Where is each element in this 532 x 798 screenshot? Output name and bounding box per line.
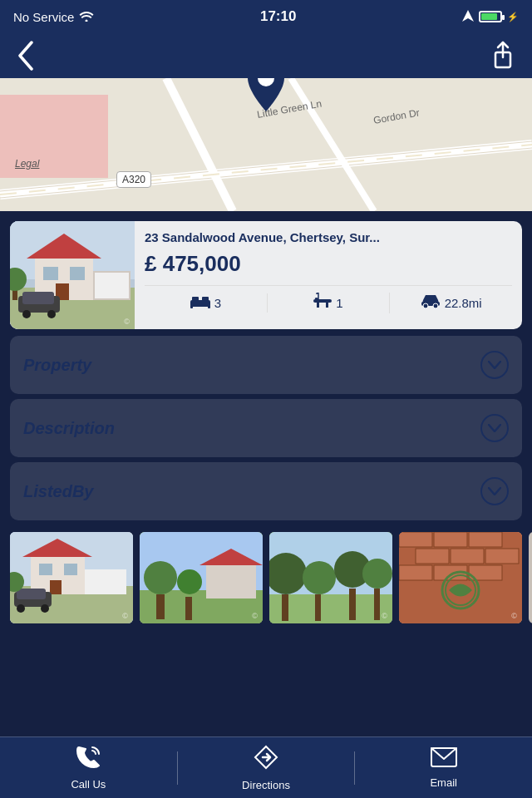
svg-point-51	[17, 604, 25, 613]
svg-rect-21	[70, 267, 85, 280]
tab-bar: Call Us Directions Email	[0, 736, 532, 798]
call-icon	[76, 746, 101, 775]
tab-email-label: Email	[430, 776, 457, 789]
svg-point-60	[177, 569, 202, 594]
svg-point-69	[362, 559, 392, 589]
property-info: 23 Sandalwood Avenue, Chertsey, Sur... £…	[135, 221, 522, 329]
svg-point-59	[144, 561, 177, 594]
property-thumbnail[interactable]: ©	[10, 221, 135, 329]
svg-point-52	[41, 604, 49, 613]
distance-value: 22.8mi	[445, 296, 482, 310]
status-time: 17:10	[260, 8, 296, 25]
bed-icon	[190, 293, 210, 313]
svg-rect-34	[313, 299, 332, 303]
accordion-property-header[interactable]: Property	[10, 336, 522, 394]
status-bar: No Service 17:10 ⚡	[0, 0, 532, 33]
svg-rect-24	[22, 292, 54, 304]
svg-rect-70	[282, 594, 288, 621]
svg-rect-79	[469, 532, 502, 547]
svg-point-26	[47, 310, 56, 318]
svg-rect-45	[85, 569, 126, 594]
tab-email[interactable]: Email	[355, 747, 532, 789]
tab-directions-label: Directions	[242, 779, 290, 791]
wifi-icon	[79, 10, 94, 24]
map-road-label: A320	[116, 171, 151, 188]
svg-rect-71	[315, 594, 321, 621]
svg-rect-19	[95, 273, 129, 298]
property-address: 23 Sandalwood Avenue, Chertsey, Sur...	[145, 229, 512, 246]
svg-rect-36	[326, 303, 328, 308]
map-legal-label: Legal	[15, 158, 39, 170]
back-button[interactable]	[17, 41, 35, 71]
status-left: No Service	[13, 10, 94, 24]
photo-thumb-3[interactable]: ©	[269, 532, 392, 623]
svg-rect-50	[17, 589, 46, 599]
svg-rect-78	[434, 532, 467, 547]
content-area: © 23 Sandalwood Avenue, Chertsey, Sur...…	[0, 211, 532, 736]
photo-thumb-1[interactable]: ©	[10, 532, 133, 623]
accordion-property-title: Property	[23, 356, 91, 375]
svg-rect-72	[349, 589, 356, 620]
svg-rect-46	[39, 564, 52, 575]
nav-bar	[0, 33, 532, 78]
map-area: Little Green Ln Gordon Dr Legal A320	[0, 78, 532, 211]
share-button[interactable]	[490, 41, 515, 71]
svg-rect-47	[64, 564, 77, 575]
svg-rect-62	[185, 597, 192, 620]
bedrooms-count: 3	[214, 296, 221, 310]
accordion-listedby-header[interactable]: ListedBy	[10, 462, 522, 520]
svg-rect-48	[50, 580, 62, 594]
car-icon	[421, 293, 441, 313]
svg-rect-33	[208, 305, 210, 308]
svg-rect-82	[485, 549, 519, 564]
svg-rect-31	[202, 297, 209, 302]
bathrooms-count: 1	[336, 296, 342, 310]
status-right: ⚡	[462, 10, 519, 24]
photo-strip: © ©	[0, 525, 532, 630]
svg-rect-32	[190, 305, 193, 308]
battery-icon	[479, 11, 502, 22]
map-pin	[244, 78, 288, 118]
location-arrow-icon	[462, 10, 474, 24]
svg-rect-81	[451, 549, 484, 564]
tab-call-label: Call Us	[71, 778, 106, 791]
property-card: © 23 Sandalwood Avenue, Chertsey, Sur...…	[10, 221, 522, 329]
accordion-description[interactable]: Description	[10, 399, 522, 457]
svg-rect-83	[399, 565, 432, 580]
carrier-text: No Service	[13, 10, 74, 24]
svg-rect-30	[192, 297, 199, 302]
accordion-description-title: Description	[23, 419, 115, 438]
accordion-listedby-title: ListedBy	[23, 482, 93, 501]
accordion-property[interactable]: Property	[10, 336, 522, 394]
svg-point-38	[423, 303, 428, 308]
photo-thumb-2[interactable]: ©	[140, 532, 263, 623]
distance-stat: 22.8mi	[390, 293, 512, 313]
directions-icon	[254, 745, 278, 776]
email-icon	[431, 747, 457, 773]
bolt-icon: ⚡	[507, 12, 519, 22]
svg-rect-20	[43, 267, 58, 280]
accordion-description-header[interactable]: Description	[10, 399, 522, 457]
accordion-property-chevron[interactable]	[480, 351, 509, 379]
svg-point-67	[303, 561, 336, 594]
accordion-listedby-chevron[interactable]	[480, 477, 509, 505]
svg-rect-61	[156, 594, 165, 619]
svg-point-39	[433, 303, 438, 308]
svg-point-25	[22, 310, 31, 318]
svg-rect-57	[206, 565, 256, 598]
photo-thumb-4[interactable]: ©	[399, 532, 522, 623]
accordion-description-chevron[interactable]	[480, 414, 509, 442]
svg-rect-77	[399, 532, 432, 547]
svg-marker-0	[462, 10, 474, 22]
accordion-listedby[interactable]: ListedBy	[10, 462, 522, 520]
photo-thumb-5[interactable]	[529, 532, 532, 623]
property-price: £ 475,000	[145, 251, 512, 277]
svg-rect-80	[416, 549, 449, 564]
svg-rect-35	[317, 303, 319, 308]
property-stats: 3 1	[145, 285, 512, 313]
tab-call[interactable]: Call Us	[0, 746, 177, 791]
bedrooms-stat: 3	[145, 293, 268, 313]
tab-directions[interactable]: Directions	[178, 745, 355, 791]
shower-icon	[313, 293, 332, 313]
svg-rect-73	[374, 589, 380, 620]
